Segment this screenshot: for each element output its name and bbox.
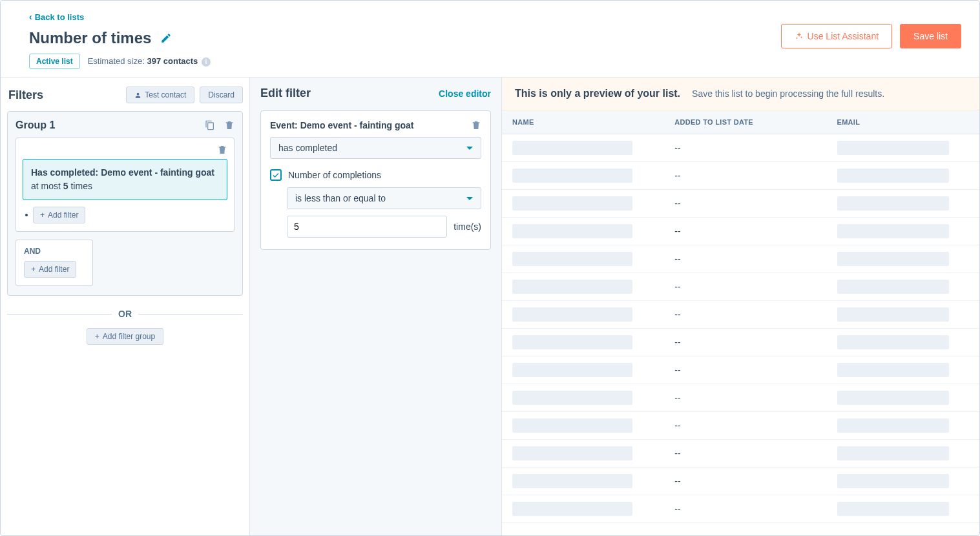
table-row[interactable]: --	[502, 190, 979, 218]
edit-filter-title: Edit filter	[260, 87, 311, 100]
name-skeleton	[512, 252, 632, 266]
email-skeleton	[837, 280, 950, 294]
email-skeleton	[837, 474, 950, 488]
group-title: Group 1	[16, 119, 55, 131]
name-skeleton	[512, 224, 632, 238]
email-skeleton	[837, 169, 950, 183]
event-label: Event: Demo event - fainting goat	[270, 120, 413, 130]
or-separator: OR	[7, 309, 243, 319]
test-contact-button[interactable]: Test contact	[126, 87, 194, 103]
date-cell: --	[664, 384, 826, 412]
bullet-icon	[25, 214, 28, 216]
filters-title: Filters	[8, 88, 43, 102]
number-of-completions-label: Number of completions	[288, 170, 381, 180]
col-name[interactable]: NAME	[502, 110, 664, 134]
email-skeleton	[837, 391, 950, 405]
number-of-completions-checkbox[interactable]	[270, 169, 282, 181]
chevron-left-icon: ‹	[29, 12, 32, 22]
email-skeleton	[837, 363, 950, 377]
table-row[interactable]: --	[502, 384, 979, 412]
add-filter-button[interactable]: + Add filter	[33, 207, 85, 223]
date-cell: --	[664, 162, 826, 190]
trash-icon[interactable]	[224, 120, 235, 130]
and-label: AND	[24, 247, 85, 256]
preview-banner-title: This is only a preview of your list.	[515, 88, 680, 99]
email-skeleton	[837, 335, 950, 349]
preview-panel: This is only a preview of your list. Sav…	[502, 77, 979, 536]
email-skeleton	[837, 141, 950, 155]
comparator-select[interactable]: is less than or equal to	[287, 187, 481, 209]
table-row[interactable]: --	[502, 495, 979, 523]
estimated-size: Estimated size: 397 contacts i	[88, 56, 211, 67]
and-block: AND + Add filter	[16, 240, 93, 286]
col-email[interactable]: EMAIL	[827, 110, 980, 134]
filter-condition[interactable]: Has completed: Demo event - fainting goa…	[23, 159, 227, 200]
table-row[interactable]: --	[502, 301, 979, 329]
date-cell: --	[664, 329, 826, 356]
col-date[interactable]: ADDED TO LIST DATE	[664, 110, 826, 134]
chevron-down-icon	[466, 197, 473, 200]
table-row[interactable]: --	[502, 162, 979, 190]
table-row[interactable]: --	[502, 356, 979, 384]
name-skeleton	[512, 169, 632, 183]
edit-filter-panel: Edit filter Close editor Event: Demo eve…	[250, 77, 502, 536]
table-row[interactable]: --	[502, 218, 979, 245]
email-skeleton	[837, 252, 950, 266]
filters-panel: Filters Test contact Discard Group 1	[1, 77, 250, 536]
date-cell: --	[664, 190, 826, 218]
email-skeleton	[837, 307, 950, 322]
save-list-button[interactable]: Save list	[900, 24, 961, 48]
table-row[interactable]: --	[502, 273, 979, 301]
date-cell: --	[664, 495, 826, 523]
name-skeleton	[512, 418, 632, 433]
name-skeleton	[512, 446, 632, 460]
plus-icon: +	[31, 265, 36, 274]
preview-banner-sub: Save this list to begin processing the f…	[692, 88, 884, 99]
back-to-lists-link[interactable]: ‹ Back to lists	[29, 12, 84, 22]
date-cell: --	[664, 412, 826, 440]
trash-icon[interactable]	[217, 145, 227, 155]
table-row[interactable]: --	[502, 468, 979, 495]
active-list-badge: Active list	[29, 54, 80, 69]
email-skeleton	[837, 502, 950, 516]
add-filter-button[interactable]: + Add filter	[24, 261, 76, 278]
name-skeleton	[512, 141, 632, 155]
name-skeleton	[512, 196, 632, 211]
clone-icon[interactable]	[205, 120, 215, 130]
trash-icon[interactable]	[471, 120, 481, 130]
sparkle-icon	[795, 32, 804, 41]
count-input[interactable]	[287, 216, 447, 238]
info-icon[interactable]: i	[202, 57, 211, 67]
check-icon	[272, 171, 280, 179]
plus-icon: +	[95, 332, 99, 341]
use-list-assistant-button[interactable]: Use List Assistant	[781, 24, 893, 48]
name-skeleton	[512, 474, 632, 488]
table-row[interactable]: --	[502, 412, 979, 440]
table-row[interactable]: --	[502, 134, 979, 162]
date-cell: --	[664, 440, 826, 468]
date-cell: --	[664, 245, 826, 273]
email-skeleton	[837, 224, 950, 238]
table-row[interactable]: --	[502, 440, 979, 468]
close-editor-link[interactable]: Close editor	[439, 88, 491, 99]
name-skeleton	[512, 502, 632, 516]
date-cell: --	[664, 301, 826, 329]
filter-block: Has completed: Demo event - fainting goa…	[16, 138, 235, 232]
discard-button[interactable]: Discard	[200, 87, 243, 103]
completion-status-select[interactable]: has completed	[270, 137, 481, 159]
date-cell: --	[664, 468, 826, 495]
name-skeleton	[512, 280, 632, 294]
date-cell: --	[664, 134, 826, 162]
email-skeleton	[837, 196, 950, 211]
name-skeleton	[512, 363, 632, 377]
table-row[interactable]: --	[502, 245, 979, 273]
name-skeleton	[512, 307, 632, 322]
back-link-label: Back to lists	[35, 12, 85, 22]
edit-pencil-icon[interactable]	[160, 32, 172, 44]
add-filter-group-button[interactable]: + Add filter group	[87, 328, 163, 345]
page-header: ‹ Back to lists Number of times Active l…	[1, 1, 979, 77]
date-cell: --	[664, 218, 826, 245]
edit-filter-card: Event: Demo event - fainting goat has co…	[260, 110, 491, 250]
table-row[interactable]: --	[502, 329, 979, 356]
person-icon	[134, 92, 141, 99]
